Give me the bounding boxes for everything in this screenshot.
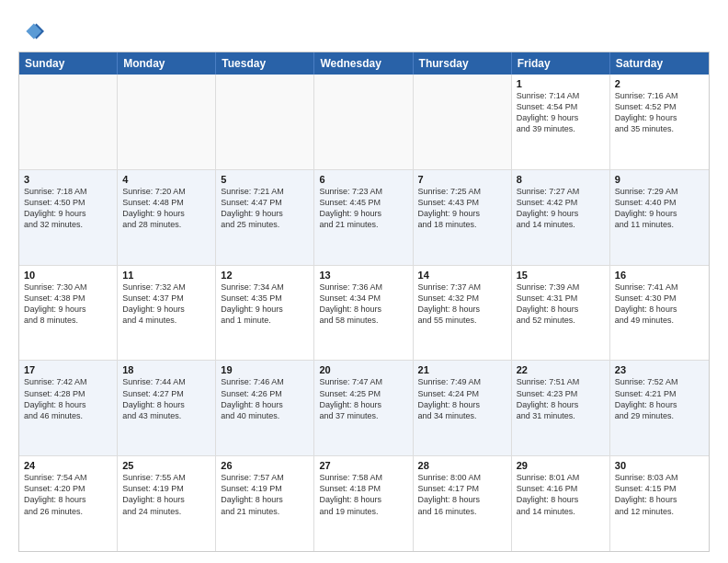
day-info: Sunrise: 7:16 AM Sunset: 4:52 PM Dayligh… (615, 90, 704, 135)
day-number: 4 (122, 174, 210, 185)
day-number: 13 (319, 270, 407, 281)
logo (18, 18, 48, 44)
day-number: 1 (517, 78, 605, 89)
page: SundayMondayTuesdayWednesdayThursdayFrid… (0, 0, 728, 563)
calendar-cell: 2Sunrise: 7:16 AM Sunset: 4:52 PM Daylig… (610, 75, 709, 169)
day-number: 7 (418, 174, 506, 185)
day-info: Sunrise: 7:34 AM Sunset: 4:35 PM Dayligh… (221, 282, 309, 327)
day-info: Sunrise: 7:57 AM Sunset: 4:19 PM Dayligh… (221, 472, 309, 517)
weekday-header-sunday: Sunday (19, 52, 118, 75)
calendar-cell: 28Sunrise: 8:00 AM Sunset: 4:17 PM Dayli… (414, 456, 512, 551)
day-number: 21 (418, 364, 506, 375)
calendar-cell: 30Sunrise: 8:03 AM Sunset: 4:15 PM Dayli… (610, 456, 709, 551)
day-number: 27 (319, 460, 407, 471)
calendar-row-4: 24Sunrise: 7:54 AM Sunset: 4:20 PM Dayli… (19, 456, 709, 551)
day-number: 23 (615, 364, 704, 375)
calendar-cell: 12Sunrise: 7:34 AM Sunset: 4:35 PM Dayli… (216, 266, 314, 361)
day-number: 14 (418, 270, 506, 281)
calendar-body: 1Sunrise: 7:14 AM Sunset: 4:54 PM Daylig… (19, 75, 709, 551)
day-info: Sunrise: 7:55 AM Sunset: 4:19 PM Dayligh… (122, 472, 210, 517)
day-info: Sunrise: 7:14 AM Sunset: 4:54 PM Dayligh… (517, 90, 605, 135)
day-info: Sunrise: 7:51 AM Sunset: 4:23 PM Dayligh… (517, 376, 605, 421)
weekday-header-saturday: Saturday (610, 52, 709, 75)
day-number: 11 (122, 270, 210, 281)
calendar-cell: 13Sunrise: 7:36 AM Sunset: 4:34 PM Dayli… (314, 266, 413, 361)
day-number: 6 (319, 174, 407, 185)
day-number: 20 (319, 364, 407, 375)
day-info: Sunrise: 7:44 AM Sunset: 4:27 PM Dayligh… (122, 376, 210, 421)
calendar-cell (414, 75, 512, 169)
calendar-cell (216, 75, 314, 169)
calendar-cell: 26Sunrise: 7:57 AM Sunset: 4:19 PM Dayli… (216, 456, 314, 551)
day-number: 5 (221, 174, 309, 185)
day-info: Sunrise: 7:49 AM Sunset: 4:24 PM Dayligh… (418, 376, 506, 421)
day-info: Sunrise: 7:23 AM Sunset: 4:45 PM Dayligh… (319, 186, 407, 231)
day-info: Sunrise: 7:42 AM Sunset: 4:28 PM Dayligh… (24, 376, 112, 421)
day-info: Sunrise: 7:47 AM Sunset: 4:25 PM Dayligh… (319, 376, 407, 421)
day-number: 2 (615, 78, 704, 89)
day-info: Sunrise: 7:30 AM Sunset: 4:38 PM Dayligh… (24, 282, 112, 327)
calendar-cell: 7Sunrise: 7:25 AM Sunset: 4:43 PM Daylig… (414, 170, 512, 265)
weekday-header-thursday: Thursday (414, 52, 512, 75)
day-info: Sunrise: 7:36 AM Sunset: 4:34 PM Dayligh… (319, 282, 407, 327)
calendar-cell: 27Sunrise: 7:58 AM Sunset: 4:18 PM Dayli… (314, 456, 413, 551)
day-number: 26 (221, 460, 309, 471)
calendar-cell: 25Sunrise: 7:55 AM Sunset: 4:19 PM Dayli… (118, 456, 216, 551)
calendar-cell: 1Sunrise: 7:14 AM Sunset: 4:54 PM Daylig… (512, 75, 610, 169)
day-number: 15 (517, 270, 605, 281)
calendar-cell: 15Sunrise: 7:39 AM Sunset: 4:31 PM Dayli… (512, 266, 610, 361)
day-info: Sunrise: 7:21 AM Sunset: 4:47 PM Dayligh… (221, 186, 309, 231)
day-info: Sunrise: 7:27 AM Sunset: 4:42 PM Dayligh… (517, 186, 605, 231)
calendar-cell: 9Sunrise: 7:29 AM Sunset: 4:40 PM Daylig… (610, 170, 709, 265)
day-number: 10 (24, 270, 112, 281)
calendar-cell (314, 75, 413, 169)
calendar-cell (19, 75, 118, 169)
day-info: Sunrise: 8:00 AM Sunset: 4:17 PM Dayligh… (418, 472, 506, 517)
calendar-cell: 29Sunrise: 8:01 AM Sunset: 4:16 PM Dayli… (512, 456, 610, 551)
day-number: 19 (221, 364, 309, 375)
day-info: Sunrise: 7:20 AM Sunset: 4:48 PM Dayligh… (122, 186, 210, 231)
day-info: Sunrise: 8:03 AM Sunset: 4:15 PM Dayligh… (615, 472, 704, 517)
day-info: Sunrise: 7:41 AM Sunset: 4:30 PM Dayligh… (615, 282, 704, 327)
day-info: Sunrise: 7:39 AM Sunset: 4:31 PM Dayligh… (517, 282, 605, 327)
day-number: 28 (418, 460, 506, 471)
calendar-cell: 8Sunrise: 7:27 AM Sunset: 4:42 PM Daylig… (512, 170, 610, 265)
calendar-cell: 18Sunrise: 7:44 AM Sunset: 4:27 PM Dayli… (118, 361, 216, 455)
day-info: Sunrise: 7:52 AM Sunset: 4:21 PM Dayligh… (615, 376, 704, 421)
weekday-header-monday: Monday (118, 52, 216, 75)
day-number: 29 (517, 460, 605, 471)
day-number: 17 (24, 364, 112, 375)
calendar-cell: 11Sunrise: 7:32 AM Sunset: 4:37 PM Dayli… (118, 266, 216, 361)
weekday-header-friday: Friday (512, 52, 610, 75)
calendar-cell: 3Sunrise: 7:18 AM Sunset: 4:50 PM Daylig… (19, 170, 118, 265)
day-info: Sunrise: 7:32 AM Sunset: 4:37 PM Dayligh… (122, 282, 210, 327)
calendar-cell: 10Sunrise: 7:30 AM Sunset: 4:38 PM Dayli… (19, 266, 118, 361)
day-number: 12 (221, 270, 309, 281)
calendar-header: SundayMondayTuesdayWednesdayThursdayFrid… (19, 52, 709, 75)
day-number: 25 (122, 460, 210, 471)
day-number: 30 (615, 460, 704, 471)
day-info: Sunrise: 7:54 AM Sunset: 4:20 PM Dayligh… (24, 472, 112, 517)
calendar-cell: 20Sunrise: 7:47 AM Sunset: 4:25 PM Dayli… (314, 361, 413, 455)
day-number: 3 (24, 174, 112, 185)
day-info: Sunrise: 7:46 AM Sunset: 4:26 PM Dayligh… (221, 376, 309, 421)
day-info: Sunrise: 8:01 AM Sunset: 4:16 PM Dayligh… (517, 472, 605, 517)
calendar-cell: 23Sunrise: 7:52 AM Sunset: 4:21 PM Dayli… (610, 361, 709, 455)
calendar-cell: 6Sunrise: 7:23 AM Sunset: 4:45 PM Daylig… (314, 170, 413, 265)
day-number: 9 (615, 174, 704, 185)
header (18, 15, 710, 44)
day-number: 24 (24, 460, 112, 471)
calendar: SundayMondayTuesdayWednesdayThursdayFrid… (18, 52, 710, 552)
day-info: Sunrise: 7:58 AM Sunset: 4:18 PM Dayligh… (319, 472, 407, 517)
calendar-cell: 22Sunrise: 7:51 AM Sunset: 4:23 PM Dayli… (512, 361, 610, 455)
weekday-header-wednesday: Wednesday (314, 52, 413, 75)
calendar-row-1: 3Sunrise: 7:18 AM Sunset: 4:50 PM Daylig… (19, 170, 709, 266)
logo-icon (18, 18, 44, 44)
calendar-cell: 19Sunrise: 7:46 AM Sunset: 4:26 PM Dayli… (216, 361, 314, 455)
calendar-cell: 17Sunrise: 7:42 AM Sunset: 4:28 PM Dayli… (19, 361, 118, 455)
calendar-cell: 5Sunrise: 7:21 AM Sunset: 4:47 PM Daylig… (216, 170, 314, 265)
day-number: 18 (122, 364, 210, 375)
calendar-cell (118, 75, 216, 169)
calendar-cell: 24Sunrise: 7:54 AM Sunset: 4:20 PM Dayli… (19, 456, 118, 551)
day-number: 16 (615, 270, 704, 281)
